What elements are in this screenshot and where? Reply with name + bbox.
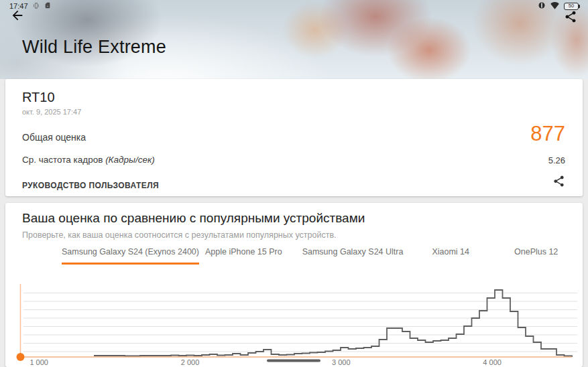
user-score-marker-dot[interactable]	[17, 353, 25, 361]
tab-oneplus-12[interactable]: OnePlus 12	[514, 247, 558, 265]
page-title: Wild Life Extreme	[22, 37, 166, 58]
overall-score-value: 877	[530, 122, 565, 146]
fps-label: Ср. частота кадров (Кадры/сек)	[22, 155, 155, 165]
fps-unit-label: (Кадры/сек)	[105, 155, 155, 165]
x-tick-label: 3 000	[332, 358, 351, 366]
sim-card-icon	[44, 1, 51, 11]
battery-icon: 50	[564, 3, 580, 10]
header-share-button[interactable]	[564, 10, 577, 23]
score-distribution-chart: 1 0002 0003 0004 000	[19, 284, 577, 367]
status-bar: 17:47 50	[0, 0, 588, 12]
back-arrow-icon	[10, 8, 25, 23]
tab-samsung-galaxy-s24-exynos-2400[interactable]: Samsung Galaxy S24 (Exynos 2400)	[62, 247, 199, 265]
back-button[interactable]	[10, 8, 25, 23]
tab-samsung-galaxy-s24-ultra[interactable]: Samsung Galaxy S24 Ultra	[302, 247, 404, 265]
histogram-outline	[94, 290, 572, 357]
tab-apple-iphone-15-pro[interactable]: Apple iPhone 15 Pro	[205, 247, 282, 265]
data-saver-icon	[538, 1, 546, 11]
tab-xiaomi-14[interactable]: Xiaomi 14	[432, 247, 469, 265]
share-icon	[564, 10, 577, 23]
device-name: RT10	[22, 90, 55, 105]
result-card: RT10 окт. 9, 2025 17:47 Общая оценка 877…	[5, 79, 583, 196]
x-tick-label: 2 000	[181, 358, 200, 366]
share-icon	[552, 175, 565, 188]
overall-score-label: Общая оценка	[22, 132, 86, 143]
x-tick-label: 4 000	[483, 358, 502, 366]
result-share-button[interactable]	[552, 175, 565, 188]
fps-value: 5.26	[548, 155, 565, 165]
x-tick-label: 1 000	[30, 358, 48, 366]
vibrate-icon	[33, 2, 40, 11]
histogram-svg: 1 0002 0003 0004 000	[19, 284, 577, 367]
comparison-title: Ваша оценка по сравнению с популярными у…	[22, 211, 365, 226]
device-tabs: Samsung Galaxy S24 (Exynos 2400)Apple iP…	[62, 247, 558, 265]
chart-scrollbar[interactable]	[267, 360, 320, 362]
user-guide-link[interactable]: РУКОВОДСТВО ПОЛЬЗОВАТЕЛЯ	[22, 181, 159, 190]
battery-percent: 50	[564, 3, 579, 10]
run-datetime: окт. 9, 2025 17:47	[22, 108, 81, 116]
wifi-icon	[550, 2, 559, 11]
comparison-subtitle: Проверьте, как ваша оценка соотносится с…	[22, 230, 337, 240]
header-banner: 17:47 50 Wild Life Extreme	[0, 0, 588, 79]
comparison-card: Ваша оценка по сравнению с популярными у…	[5, 203, 583, 367]
